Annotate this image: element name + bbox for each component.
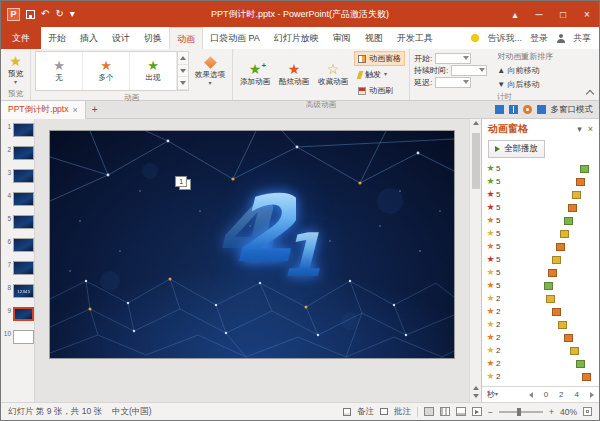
multi-window-mode-toggle[interactable]: 多窗口模式	[551, 104, 594, 116]
gallery-item-appear[interactable]: ★出现	[130, 52, 177, 90]
gallery-up-icon[interactable]	[178, 52, 188, 65]
ribbon-tab-review[interactable]: 审阅	[326, 27, 358, 49]
animation-pane-close-icon[interactable]: ×	[588, 124, 593, 134]
preview-button[interactable]: ★ 预览 ▾	[5, 53, 26, 86]
animation-item[interactable]: ★2	[482, 357, 599, 370]
slide-thumbnail-7[interactable]: 7	[1, 261, 34, 275]
gear-icon[interactable]	[523, 105, 532, 114]
ribbon-tab-developer[interactable]: 开发工具	[390, 27, 440, 49]
animation-timing-bar[interactable]	[580, 165, 589, 173]
normal-view-button[interactable]	[424, 407, 434, 416]
animation-timing-bar[interactable]	[558, 321, 567, 329]
maximize-button[interactable]: □	[551, 1, 575, 27]
language-indicator[interactable]: 中文(中国)	[112, 406, 152, 418]
gallery-down-icon[interactable]	[178, 65, 188, 78]
animation-timing-bar[interactable]	[548, 269, 557, 277]
animation-timing-bar[interactable]	[572, 191, 581, 199]
share-button[interactable]: 共享	[573, 32, 591, 45]
animation-timing-bar[interactable]	[564, 217, 573, 225]
delay-spinner[interactable]	[435, 77, 471, 88]
animation-item[interactable]: ★2	[482, 370, 599, 383]
animation-painter-button[interactable]: 动画刷	[354, 83, 405, 98]
slide-scrollbar[interactable]	[469, 119, 481, 402]
ribbon-tab-slideshow[interactable]: 幻灯片放映	[267, 27, 326, 49]
slide-thumbnail-5[interactable]: 5	[1, 215, 34, 229]
slide-thumbnail-2[interactable]: 2	[1, 146, 34, 160]
animation-item[interactable]: ★2	[482, 292, 599, 305]
new-document-tab-button[interactable]: +	[86, 104, 104, 115]
slide-thumbnail-6[interactable]: 6	[1, 238, 34, 252]
reading-view-button[interactable]	[456, 407, 466, 416]
gallery-item-none[interactable]: ★无	[36, 52, 83, 90]
ribbon-tab-home[interactable]: 开始	[41, 27, 73, 49]
plugin-icon[interactable]	[495, 105, 504, 114]
animation-timing-bar[interactable]	[560, 230, 569, 238]
animation-item[interactable]: ★5	[482, 188, 599, 201]
slide-sorter-view-button[interactable]	[440, 407, 450, 416]
document-tab-close-icon[interactable]: ×	[72, 105, 77, 115]
ribbon-tab-pocket-animation[interactable]: 口袋动画 PA	[203, 27, 267, 49]
add-animation-button[interactable]: ★ 添加动画	[237, 61, 273, 88]
document-tab[interactable]: PPT倒计时.pptx ×	[1, 101, 86, 119]
slide-canvas[interactable]: 1 421	[50, 131, 454, 358]
effect-options-button[interactable]: 效果选项 ▾	[192, 55, 228, 87]
animation-item[interactable]: ★5	[482, 253, 599, 266]
cool-animation-button[interactable]: ★ 酷炫动画	[276, 61, 312, 88]
slide-thumbnail-8[interactable]: 812345	[1, 284, 34, 298]
ribbon-tab-view[interactable]: 视图	[358, 27, 390, 49]
animation-item[interactable]: ★5	[482, 240, 599, 253]
animation-timing-bar[interactable]	[576, 360, 585, 368]
animation-item[interactable]: ★2	[482, 331, 599, 344]
animation-timing-bar[interactable]	[544, 282, 553, 290]
notes-button[interactable]: 备注	[357, 406, 374, 418]
slide-thumbnail-9[interactable]: 9	[1, 307, 34, 321]
zoom-in-button[interactable]: +	[549, 407, 554, 417]
animation-timing-bar[interactable]	[552, 256, 561, 264]
close-button[interactable]: ×	[575, 1, 599, 27]
sign-in-link[interactable]: 登录	[530, 32, 548, 45]
animation-item[interactable]: ★2	[482, 305, 599, 318]
play-all-button[interactable]: 全部播放	[488, 140, 545, 158]
animation-item[interactable]: ★5	[482, 162, 599, 175]
redo-icon[interactable]: ↻	[55, 9, 63, 19]
animation-item[interactable]: ★5	[482, 175, 599, 188]
scrollbar-thumb[interactable]	[472, 133, 480, 189]
animation-item[interactable]: ★2	[482, 318, 599, 331]
animation-item[interactable]: ★5	[482, 201, 599, 214]
next-slide-icon[interactable]	[473, 394, 479, 398]
zoom-out-button[interactable]: −	[488, 407, 493, 417]
minimize-button[interactable]: ─	[527, 1, 551, 27]
favorite-animation-button[interactable]: ☆ 收藏动画	[315, 61, 351, 88]
animation-item[interactable]: ★5	[482, 227, 599, 240]
animation-pane-menu-icon[interactable]: ▾	[577, 124, 582, 134]
undo-icon[interactable]: ↶	[41, 9, 49, 19]
start-dropdown[interactable]	[435, 53, 471, 64]
move-later-button[interactable]: ▼ 向后移动	[497, 79, 553, 90]
zoom-slider[interactable]	[499, 411, 543, 413]
zoom-level[interactable]: 40%	[560, 407, 577, 417]
previous-slide-icon[interactable]	[473, 386, 479, 390]
animation-timing-bar[interactable]	[576, 178, 585, 186]
slide-thumbnail-1[interactable]: 1	[1, 123, 34, 137]
scroll-up-icon[interactable]	[473, 121, 479, 125]
slideshow-view-button[interactable]	[472, 407, 482, 416]
gallery-more-icon[interactable]	[178, 77, 188, 90]
ribbon-tab-animations[interactable]: 动画	[169, 27, 203, 49]
ribbon-display-options-button[interactable]: ▴	[503, 1, 527, 27]
ribbon-tab-file[interactable]: 文件	[1, 27, 41, 49]
ribbon-tab-insert[interactable]: 插入	[73, 27, 105, 49]
save-icon[interactable]	[26, 10, 35, 19]
animation-item[interactable]: ★2	[482, 344, 599, 357]
animation-timing-bar[interactable]	[582, 373, 591, 381]
animation-pane-button[interactable]: 动画窗格	[354, 51, 405, 66]
gallery-item-multiple[interactable]: ★多个	[83, 52, 130, 90]
trigger-button[interactable]: 触发 ▾	[354, 67, 405, 82]
zoom-slider-knob[interactable]	[517, 408, 521, 416]
ribbon-tab-transitions[interactable]: 切换	[137, 27, 169, 49]
animation-timing-bar[interactable]	[556, 243, 565, 251]
animation-timing-bar[interactable]	[546, 295, 555, 303]
move-earlier-button[interactable]: ▲ 向前移动	[497, 65, 553, 76]
slide-thumbnail-3[interactable]: 3	[1, 169, 34, 183]
animation-timing-bar[interactable]	[564, 334, 573, 342]
slide-thumbnail-4[interactable]: 4	[1, 192, 34, 206]
